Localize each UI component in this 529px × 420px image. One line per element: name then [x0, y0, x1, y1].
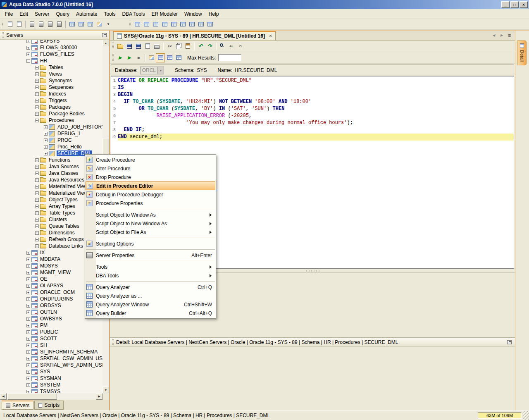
expand-box-icon[interactable]: +: [26, 350, 30, 354]
find-icon[interactable]: [218, 42, 227, 51]
detail-undock-icon[interactable]: [507, 340, 512, 344]
menu-item-file[interactable]: File: [2, 10, 16, 18]
tree-item-PM[interactable]: +PM: [0, 322, 102, 329]
expand-box-icon[interactable]: +: [35, 185, 39, 189]
copy-icon[interactable]: [174, 42, 183, 51]
expand-box-icon[interactable]: +: [26, 357, 30, 360]
expand-box-icon[interactable]: +: [35, 191, 39, 195]
unregister-server-icon[interactable]: [36, 20, 45, 29]
servers-tab[interactable]: Servers: [2, 401, 33, 410]
context-menu-item-procedure-properties[interactable]: Procedure Properties: [85, 199, 216, 208]
expand-box-icon[interactable]: +: [26, 377, 30, 380]
scroll-tabs-left-icon[interactable]: ◀: [490, 32, 497, 39]
tree-item-EXFSYS[interactable]: +EXFSYS: [0, 40, 102, 44]
tree-item-SYSTEM[interactable]: +SYSTEM: [0, 382, 102, 388]
expand-box-icon[interactable]: +: [26, 310, 30, 314]
expand-box-icon[interactable]: +: [35, 112, 39, 116]
full-screen-icon[interactable]: [196, 20, 205, 29]
menu-item-edit[interactable]: Edit: [16, 10, 31, 18]
detail-grip-icon[interactable]: [112, 339, 114, 345]
context-menu-item-create-procedure[interactable]: Create Procedure: [85, 155, 216, 164]
connect-server-icon[interactable]: [45, 20, 55, 29]
expand-box-icon[interactable]: +: [26, 383, 30, 387]
scroll-left-icon[interactable]: ◀: [0, 393, 7, 400]
new-query-window-icon[interactable]: [5, 20, 14, 29]
export-file-icon[interactable]: [143, 42, 152, 51]
context-menu-item-debug-in-procedure-debugger[interactable]: Debug in Procedure Debugger: [85, 190, 216, 199]
expand-box-icon[interactable]: +: [26, 277, 30, 281]
cut-icon[interactable]: ✂: [165, 42, 174, 51]
tree-item-HR[interactable]: −HR: [0, 57, 102, 64]
toggle-detail-panel-icon[interactable]: [187, 20, 196, 29]
context-menu-item-query-builder[interactable]: Query BuilderCtrl+Alt+Q: [85, 309, 216, 317]
query-builder-toolbar-icon[interactable]: [86, 20, 95, 29]
menu-item-automate[interactable]: Automate: [73, 10, 100, 18]
expand-box-icon[interactable]: +: [44, 145, 48, 149]
expand-box-icon[interactable]: +: [35, 79, 39, 83]
tree-item-Package Bodies[interactable]: +Package Bodies: [0, 110, 102, 117]
expand-box-icon[interactable]: +: [35, 172, 39, 175]
tree-item-Tables[interactable]: +Tables: [0, 64, 102, 71]
expand-box-icon[interactable]: +: [44, 125, 48, 129]
tree-item-Synonyms[interactable]: +Synonyms: [0, 77, 102, 84]
schema-browser-icon[interactable]: [67, 20, 76, 29]
tree-item-Procedures[interactable]: −Procedures: [0, 117, 102, 124]
expand-box-icon[interactable]: +: [26, 271, 30, 274]
menu-item-er-modeler[interactable]: ER Modeler: [148, 10, 181, 18]
menu-item-window[interactable]: Window: [181, 10, 205, 18]
save-file-icon[interactable]: [125, 42, 134, 51]
database-select[interactable]: ORCL ▼: [140, 67, 164, 74]
execute-query-icon[interactable]: ▶: [116, 53, 125, 62]
sort-descending-icon[interactable]: Z↓: [236, 42, 245, 51]
context-menu-item-tools[interactable]: Tools: [85, 262, 216, 271]
expand-box-icon[interactable]: +: [35, 218, 39, 222]
expand-box-icon[interactable]: +: [26, 297, 30, 301]
undock-panel-icon[interactable]: [102, 33, 107, 37]
expand-box-icon[interactable]: +: [35, 205, 39, 208]
max-results-input[interactable]: [218, 54, 241, 61]
expand-box-icon[interactable]: +: [26, 40, 30, 43]
tree-item-SH[interactable]: +SH: [0, 342, 102, 348]
expand-box-icon[interactable]: +: [26, 52, 30, 56]
context-menu-item-query-analyzer-as[interactable]: Query Analyzer as ...: [85, 291, 216, 300]
expand-box-icon[interactable]: +: [44, 138, 48, 142]
context-menu-item-drop-procedure[interactable]: Drop Procedure: [85, 173, 216, 181]
tree-item-SI_INFORMTN_SCHEMA[interactable]: +SI_INFORMTN_SCHEMA: [0, 348, 102, 355]
scroll-right-icon[interactable]: ▶: [96, 393, 102, 400]
resize-grip-icon[interactable]: [523, 411, 529, 420]
scripts-tab[interactable]: Scripts: [34, 401, 64, 410]
expand-box-icon[interactable]: +: [26, 324, 30, 327]
stop-execution-icon[interactable]: ■: [134, 53, 143, 62]
expand-box-icon[interactable]: +: [35, 72, 39, 76]
detail-side-tab[interactable]: Detail: [517, 41, 527, 65]
open-window-icon[interactable]: [14, 20, 24, 29]
expand-box-icon[interactable]: +: [26, 317, 30, 321]
tree-item-PUBLIC[interactable]: +PUBLIC: [0, 329, 102, 335]
tree-item-SYSMAN[interactable]: +SYSMAN: [0, 375, 102, 382]
expand-box-icon[interactable]: +: [26, 390, 30, 394]
context-menu-item-query-analyzer-window[interactable]: Query Analyzer WindowCtrl+Shift+W: [85, 300, 216, 309]
tile-horizontal-icon[interactable]: [151, 20, 160, 29]
close-tab-icon[interactable]: ×: [269, 33, 272, 39]
expand-box-icon[interactable]: +: [35, 66, 39, 69]
disconnect-server-icon[interactable]: [55, 20, 64, 29]
menu-item-help[interactable]: Help: [205, 10, 222, 18]
expand-box-icon[interactable]: +: [26, 291, 30, 294]
tree-item-FLOWS_030000[interactable]: +FLOWS_030000: [0, 44, 102, 51]
scroll-tabs-right-icon[interactable]: ▶: [498, 32, 505, 39]
expand-box-icon[interactable]: +: [35, 92, 39, 96]
horizontal-scroll-thumb[interactable]: [7, 393, 57, 400]
expand-box-icon[interactable]: +: [35, 198, 39, 202]
expand-box-icon[interactable]: +: [26, 363, 30, 367]
tree-item-Packages[interactable]: +Packages: [0, 104, 102, 110]
open-file-icon[interactable]: [116, 42, 125, 51]
document-tab[interactable]: SYS@Oracle 11g - SYS - 89 | HR.SECURE_DM…: [113, 31, 276, 40]
expand-box-icon[interactable]: +: [26, 337, 30, 341]
tree-item-PROC[interactable]: +PROC: [0, 137, 102, 143]
expand-box-icon[interactable]: +: [35, 231, 39, 235]
expand-box-icon[interactable]: +: [35, 165, 39, 169]
expand-box-icon[interactable]: +: [26, 264, 30, 268]
expand-box-icon[interactable]: +: [35, 224, 39, 228]
expand-box-icon[interactable]: +: [26, 370, 30, 374]
redo-icon[interactable]: ↷: [205, 42, 214, 51]
